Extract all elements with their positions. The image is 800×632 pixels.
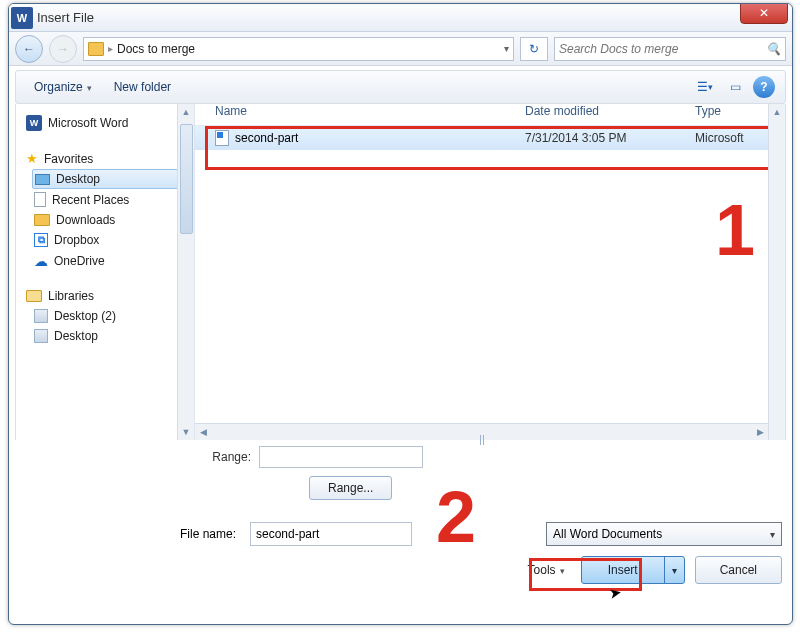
file-name: second-part	[235, 131, 298, 145]
folder-icon	[88, 42, 104, 56]
scroll-thumb[interactable]	[180, 124, 193, 234]
preview-pane-button[interactable]: ▭	[723, 76, 747, 98]
sidebar-item-word[interactable]: WMicrosoft Word	[24, 112, 194, 134]
file-type-combo[interactable]: All Word Documents	[546, 522, 782, 546]
h-scrollbar[interactable]: ◀ ▶	[195, 423, 768, 440]
sidebar-item-desktop[interactable]: Desktop	[32, 169, 188, 189]
sidebar-item-favorites[interactable]: ★Favorites	[24, 148, 194, 169]
file-name-label: File name:	[19, 527, 244, 541]
col-date[interactable]: Date modified	[525, 104, 695, 125]
scroll-right-icon[interactable]: ▶	[752, 424, 768, 440]
organize-button[interactable]: Organize	[26, 76, 100, 98]
chevron-down-icon	[770, 527, 775, 541]
close-icon: ✕	[759, 6, 769, 20]
folder-icon	[34, 214, 50, 226]
file-type-label: All Word Documents	[553, 527, 662, 541]
arrow-left-icon: ←	[23, 42, 35, 56]
file-date: 7/31/2014 3:05 PM	[525, 131, 695, 145]
drive-icon	[34, 309, 48, 323]
help-icon: ?	[760, 80, 767, 94]
nav-bar: ← → ▸ Docs to merge ▾ ↻ 🔍	[9, 32, 792, 66]
nav-sidebar: WMicrosoft Word ★Favorites Desktop Recen…	[15, 104, 195, 440]
insert-file-dialog: W Insert File ✕ ← → ▸ Docs to merge ▾ ↻ …	[8, 3, 793, 625]
new-folder-button[interactable]: New folder	[106, 76, 179, 98]
breadcrumb[interactable]: ▸ Docs to merge ▾	[83, 37, 514, 61]
insert-dropdown[interactable]: ▾	[664, 557, 684, 583]
drive-icon	[34, 329, 48, 343]
refresh-icon: ↻	[529, 42, 539, 56]
sidebar-item-recent[interactable]: Recent Places	[32, 189, 194, 210]
scroll-left-icon[interactable]: ◀	[195, 424, 211, 440]
cursor-icon: ➤	[608, 583, 624, 603]
range-input[interactable]	[259, 446, 423, 468]
chevron-down-icon	[560, 563, 565, 577]
range-button[interactable]: Range...	[309, 476, 392, 500]
location-text: Docs to merge	[117, 42, 195, 56]
chevron-right-icon: ▸	[108, 43, 113, 54]
insert-button[interactable]: Insert ▾	[581, 556, 685, 584]
sidebar-item-lib-desktop[interactable]: Desktop	[32, 326, 194, 346]
view-button[interactable]: ☰ ▾	[693, 76, 717, 98]
arrow-right-icon: →	[57, 42, 69, 56]
cancel-button[interactable]: Cancel	[695, 556, 782, 584]
title-bar: W Insert File ✕	[9, 4, 792, 32]
chevron-down-icon	[87, 80, 92, 94]
file-name-input[interactable]	[250, 522, 412, 546]
dialog-title: Insert File	[37, 10, 94, 25]
scroll-up-icon[interactable]: ▲	[769, 104, 785, 120]
word-icon: W	[11, 7, 33, 29]
v-scrollbar[interactable]: ▲	[768, 104, 785, 440]
refresh-button[interactable]: ↻	[520, 37, 548, 61]
sidebar-item-lib-desktop2[interactable]: Desktop (2)	[32, 306, 194, 326]
desktop-icon	[35, 174, 50, 185]
close-button[interactable]: ✕	[740, 3, 788, 24]
chevron-down-icon: ▾	[504, 43, 509, 54]
annotation-number-2: 2	[436, 481, 476, 553]
word-icon: W	[26, 115, 42, 131]
range-label: Range:	[199, 450, 251, 464]
back-button[interactable]: ←	[15, 35, 43, 63]
help-button[interactable]: ?	[753, 76, 775, 98]
cloud-icon: ☁	[34, 253, 48, 269]
star-icon: ★	[26, 151, 38, 166]
tools-button[interactable]: Tools	[528, 563, 565, 577]
sidebar-item-onedrive[interactable]: ☁OneDrive	[32, 250, 194, 272]
forward-button[interactable]: →	[49, 35, 77, 63]
dropbox-icon: ⧉	[34, 233, 48, 247]
search-icon: 🔍	[766, 42, 781, 56]
word-doc-icon	[215, 130, 229, 146]
scroll-up-icon[interactable]: ▲	[178, 104, 194, 120]
sidebar-item-downloads[interactable]: Downloads	[32, 210, 194, 230]
libraries-icon	[26, 290, 42, 302]
search-input[interactable]	[559, 42, 766, 56]
sidebar-item-dropbox[interactable]: ⧉Dropbox	[32, 230, 194, 250]
bottom-panel: Range: Range... File name: All Word Docu…	[9, 440, 792, 594]
file-row[interactable]: second-part 7/31/2014 3:05 PM Microsoft	[195, 126, 785, 150]
sidebar-item-libraries[interactable]: Libraries	[24, 286, 194, 306]
scroll-down-icon[interactable]: ▼	[178, 424, 194, 440]
column-headers[interactable]: Name Date modified Type	[195, 104, 785, 126]
search-box[interactable]: 🔍	[554, 37, 786, 61]
annotation-number-1: 1	[715, 194, 755, 266]
sidebar-scrollbar[interactable]: ▲ ▼	[177, 104, 194, 440]
recent-icon	[34, 192, 46, 207]
scrollbar-grip-icon	[480, 435, 484, 445]
toolbar: Organize New folder ☰ ▾ ▭ ?	[15, 70, 786, 104]
col-name[interactable]: Name	[215, 104, 525, 125]
file-list-pane: Name Date modified Type second-part 7/31…	[195, 104, 786, 440]
